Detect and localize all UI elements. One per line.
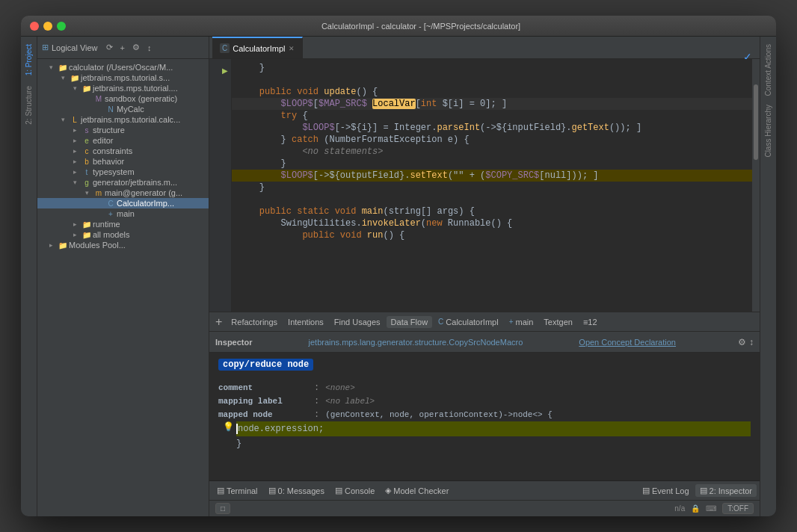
t-off-button[interactable]: T:OFF bbox=[722, 503, 754, 514]
tab-main-bottom[interactable]: + main bbox=[505, 316, 538, 328]
code-line: } catch (NumberFormatException e) { bbox=[232, 134, 752, 146]
code-editor[interactable]: } public void update() { $LOOP$[$MAP_SRC… bbox=[232, 59, 752, 312]
code-line bbox=[232, 194, 752, 205]
tree-item-jetbrains3[interactable]: ▾ L jetbrains.mps.tutorial.calc... bbox=[37, 114, 209, 125]
messages-icon: ▤ bbox=[268, 486, 276, 495]
editor-icon: e bbox=[81, 137, 93, 145]
class-hierarchy-strip[interactable]: Class Hierarchy bbox=[763, 100, 774, 162]
lock-icon: 🔒 bbox=[691, 504, 700, 513]
event-log-icon: ▤ bbox=[642, 486, 650, 495]
tab-textgen[interactable]: Textgen bbox=[539, 316, 577, 328]
inspector-panel: Inspector jetbrains.mps.lang.generator.s… bbox=[209, 331, 760, 480]
inspector-val-comment: <none> bbox=[325, 381, 355, 395]
tree-item-calculator[interactable]: ▾ 📁 calculator (/Users/Oscar/M... bbox=[37, 62, 209, 72]
status-left: □ bbox=[215, 503, 230, 514]
tree-item-main[interactable]: ▸ + main bbox=[37, 208, 209, 219]
app-window: CalculatorImpl - calculator - [~/MPSProj… bbox=[21, 16, 776, 516]
right-strip: Context Actions Class Hierarchy bbox=[760, 37, 776, 516]
inspector-settings-icon[interactable]: ⚙ bbox=[738, 337, 746, 347]
open-concept-link[interactable]: Open Concept Declaration bbox=[579, 338, 676, 347]
toolbar-collapse-icon[interactable]: ↕ bbox=[145, 42, 154, 54]
calcimpl-bottom-icon: C bbox=[438, 318, 443, 326]
tree-item-jetbrains1[interactable]: ▾ 📁 jetbrains.mps.tutorial.s... bbox=[37, 72, 209, 83]
editor-scroll-container: ▶ } public void update() { $LOOP$[$MAP_S… bbox=[209, 59, 760, 312]
inspector-collapse-icon[interactable]: ↕ bbox=[749, 337, 754, 347]
calcimpl-bottom-label: CalculatorImpl bbox=[446, 318, 498, 327]
find-usages-label: Find Usages bbox=[334, 318, 381, 327]
toolbar-sync-icon[interactable]: ⟳ bbox=[104, 41, 115, 54]
close-button[interactable] bbox=[30, 22, 39, 31]
terminal-icon: ▤ bbox=[217, 486, 224, 495]
sidebar-item-structure[interactable]: 2: Structure bbox=[23, 81, 34, 129]
modules-folder-icon: 📁 bbox=[57, 241, 69, 250]
tab-data-flow[interactable]: Data Flow bbox=[387, 316, 433, 328]
status-bar: □ n/a 🔒 ⌨ T:OFF bbox=[209, 500, 760, 516]
tree-item-mycalc[interactable]: ▸ N MyCalc bbox=[37, 104, 209, 114]
tree-item-typesystem[interactable]: ▸ t typesystem bbox=[37, 167, 209, 177]
toolbar-add-icon[interactable]: + bbox=[118, 42, 127, 54]
tab-console[interactable]: ▤ Console bbox=[330, 484, 379, 497]
tab-messages[interactable]: ▤ 0: Messages bbox=[264, 484, 329, 497]
generator-icon: g bbox=[81, 179, 93, 187]
intentions-label: Intentions bbox=[288, 318, 324, 327]
event-log-label: Event Log bbox=[652, 486, 689, 495]
tree-item-behavior[interactable]: ▸ b behavior bbox=[37, 156, 209, 167]
keyboard-icon: ⌨ bbox=[706, 504, 716, 513]
refactorings-label: Refactorings bbox=[231, 318, 277, 327]
tab-find-usages[interactable]: Find Usages bbox=[330, 316, 385, 328]
status-tabs-left: ▤ Terminal ▤ 0: Messages ▤ Console ◈ Mod… bbox=[212, 484, 453, 497]
tab-close-button[interactable]: ✕ bbox=[289, 45, 295, 52]
tab-count[interactable]: ≡12 bbox=[579, 316, 602, 328]
tree-item-main-gen[interactable]: ▾ m main@generator (g... bbox=[37, 188, 209, 198]
code-line-yellow: $LOOP$[->${outputField}.setText("" + ($C… bbox=[232, 170, 752, 182]
typesystem-icon: t bbox=[81, 168, 93, 176]
window-title: CalculatorImpl - calculator - [~/MPSProj… bbox=[75, 22, 767, 31]
textgen-label: Textgen bbox=[544, 318, 573, 327]
tree-item-jetbrains2[interactable]: ▾ 📁 jetbrains.mps.tutorial.... bbox=[37, 83, 209, 93]
tab-inspector-bottom[interactable]: ▤ 2: Inspector bbox=[695, 484, 757, 497]
structure-icon: s bbox=[81, 126, 93, 134]
left-strip: 1: Project 2: Structure bbox=[21, 37, 37, 516]
tab-intentions[interactable]: Intentions bbox=[283, 316, 328, 328]
tab-event-log[interactable]: ▤ Event Log bbox=[638, 484, 694, 497]
code-line: try { bbox=[232, 110, 752, 122]
sidebar-item-project[interactable]: 1: Project bbox=[23, 40, 34, 80]
tab-icon: C bbox=[220, 43, 230, 53]
tree-item-structure[interactable]: ▸ s structure bbox=[37, 125, 209, 135]
console-icon: ▤ bbox=[335, 486, 342, 495]
main-area: 1: Project 2: Structure ⊞ Logical View ⟳… bbox=[21, 37, 776, 516]
square-button[interactable]: □ bbox=[215, 503, 230, 514]
tree-item-runtime[interactable]: ▸ 📁 runtime bbox=[37, 219, 209, 229]
tree-item-generator[interactable]: ▾ g generator/jetbrains.m... bbox=[37, 177, 209, 188]
tab-calcimpl-bottom[interactable]: C CalculatorImpl bbox=[434, 316, 503, 328]
tab-label: CalculatorImpl bbox=[233, 44, 285, 53]
class-icon: N bbox=[105, 105, 117, 114]
status-right: n/a 🔒 ⌨ T:OFF bbox=[674, 503, 754, 514]
main-icon: + bbox=[105, 210, 117, 218]
inspector-sep: : bbox=[314, 381, 319, 395]
na-indicator: n/a bbox=[674, 504, 685, 513]
inspector-val-mapping: <no label> bbox=[325, 395, 375, 408]
code-line: } bbox=[232, 182, 752, 194]
tab-terminal[interactable]: ▤ Terminal bbox=[212, 484, 262, 497]
tree-item-editor[interactable]: ▸ e editor bbox=[37, 135, 209, 146]
context-actions-strip[interactable]: Context Actions bbox=[763, 40, 774, 100]
tree-item-constraints[interactable]: ▸ c constraints bbox=[37, 146, 209, 156]
tree-item-sandbox[interactable]: ▸ M sandbox (generatic) bbox=[37, 93, 209, 104]
tree-item-modules[interactable]: ▸ 📁 Modules Pool... bbox=[37, 240, 209, 250]
scrollbar-thumb[interactable] bbox=[754, 84, 758, 160]
tab-refactorings[interactable]: Refactorings bbox=[227, 316, 282, 328]
toolbar-settings-icon[interactable]: ⚙ bbox=[130, 41, 142, 54]
tree-item-allmodels[interactable]: ▸ 📁 all models bbox=[37, 229, 209, 240]
vertical-scrollbar[interactable] bbox=[752, 59, 760, 312]
maximize-button[interactable] bbox=[57, 22, 66, 31]
add-tab-button[interactable]: + bbox=[212, 316, 225, 328]
code-line-highlighted: $LOOP$[$MAP_SRC$ LocalVar[int $[i] = 0];… bbox=[232, 98, 752, 110]
tab-calcimpl[interactable]: C CalculatorImpl ✕ bbox=[212, 37, 303, 58]
inspector-val-mapped: (genContext, node, operationContext)->no… bbox=[325, 408, 553, 421]
tab-model-checker[interactable]: ◈ Model Checker bbox=[381, 484, 453, 497]
minimize-button[interactable] bbox=[43, 22, 52, 31]
code-line: <no statements> bbox=[232, 146, 752, 158]
gutter-arrow: ▶ bbox=[222, 65, 228, 77]
tree-item-calcimpl[interactable]: ▸ C CalculatorImp... bbox=[37, 198, 209, 208]
